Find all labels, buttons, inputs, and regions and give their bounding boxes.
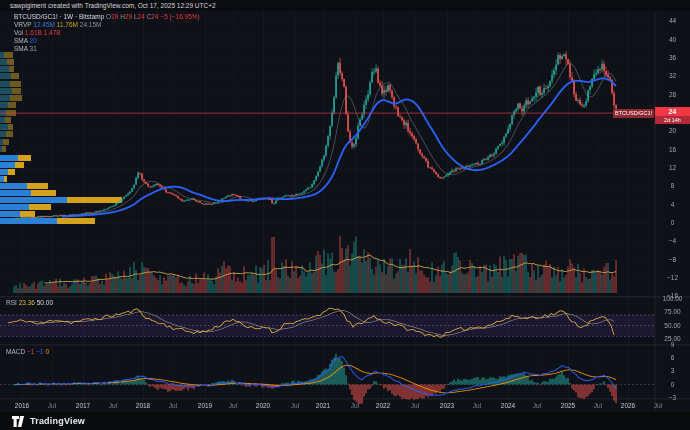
price-tick-label: 28 xyxy=(655,91,690,98)
time-tick-label: Jul xyxy=(525,402,549,409)
price-tick-label: 12 xyxy=(655,164,690,171)
time-tick-label: 2025 xyxy=(556,402,580,409)
symbol-price-flag-text: BTCUSD/GC1! xyxy=(615,110,652,116)
time-tick-label: Jul xyxy=(586,402,610,409)
time-tick-label: 2019 xyxy=(193,402,217,409)
macd-row[interactable]: MACD −1 −1 0 xyxy=(6,348,49,356)
time-tick-label: Jul xyxy=(283,402,307,409)
legend-segment: SMA xyxy=(14,37,30,44)
price-tick-label: 75.00 xyxy=(655,308,690,315)
tradingview-wordmark[interactable]: TradingView xyxy=(30,416,85,426)
price-scale[interactable]: 444036322824201612840−4−8−12−16100.0075.… xyxy=(655,11,690,399)
price-tick-label: 16 xyxy=(655,146,690,153)
legend-segment: −5 (−16.95%) xyxy=(160,13,199,20)
time-tick-label: Jul xyxy=(646,402,670,409)
screenshot-header: sawpigiment created with TradingView.com… xyxy=(0,0,690,11)
price-tick-label: 44 xyxy=(655,17,690,24)
tradingview-logo-icon[interactable] xyxy=(12,416,25,427)
bar-countdown: 2d 14h xyxy=(655,116,690,124)
time-tick-label: 2023 xyxy=(435,402,459,409)
tradingview-chart-window: sawpigiment created with TradingView.com… xyxy=(0,0,690,430)
rsi-pane-legend[interactable]: RSI 23.36 50.00 xyxy=(6,299,53,307)
time-tick-label: Jul xyxy=(343,402,367,409)
legend-segment: 1.47B xyxy=(44,29,61,36)
price-tick-label: 32 xyxy=(655,72,690,79)
legend-segment: 29 xyxy=(111,13,120,20)
price-tick-label: 3 xyxy=(655,367,690,374)
legend-segment: RSI xyxy=(6,299,19,306)
legend-segment: BTCUSD/GC1! · 1W · Bitstamp xyxy=(14,13,106,20)
price-tick-label: −8 xyxy=(655,256,690,263)
legend-segment: MACD xyxy=(6,348,27,355)
legend-segment: 23.36 xyxy=(19,299,37,306)
legend-segment: 24.15M xyxy=(80,21,102,28)
price-tick-label: 6 xyxy=(655,354,690,361)
legend-segment: Vol xyxy=(14,29,25,36)
legend-segment: 31 xyxy=(30,45,37,52)
price-tick-label: −4 xyxy=(655,237,690,244)
sma31-row[interactable]: SMA 31 xyxy=(14,45,200,53)
legend-segment: −1 xyxy=(36,348,45,355)
time-tick-label: Jul xyxy=(221,402,245,409)
legend-segment: 0 xyxy=(45,348,49,355)
price-tick-label: 0 xyxy=(655,219,690,226)
legend-segment: 11.76M xyxy=(57,21,80,28)
footer-bar: TradingView xyxy=(0,412,690,430)
volume-row[interactable]: Vol 1.61B 1.47B xyxy=(14,29,200,37)
legend-segment: VRVP xyxy=(14,21,33,28)
price-tick-label: 36 xyxy=(655,54,690,61)
time-tick-label: 2020 xyxy=(251,402,275,409)
legend-segment: 50.00 xyxy=(37,299,53,306)
macd-pane-legend[interactable]: MACD −1 −1 0 xyxy=(6,348,49,356)
legend-segment: SMA xyxy=(14,45,30,52)
screenshot-header-text: sawpigiment created with TradingView.com… xyxy=(10,2,216,9)
price-tick-label: −3 xyxy=(655,394,690,401)
legend-segment: 1.61B xyxy=(25,29,44,36)
chart-canvas[interactable] xyxy=(0,0,690,430)
time-tick-label: 2022 xyxy=(371,402,395,409)
price-tick-label: 0 xyxy=(655,381,690,388)
time-tick-label: Jul xyxy=(101,402,125,409)
time-tick-label: 2021 xyxy=(311,402,335,409)
time-tick-label: 2018 xyxy=(131,402,155,409)
time-axis[interactable]: 2016Jul2017Jul2018Jul2019Jul2020Jul2021J… xyxy=(0,399,655,412)
time-tick-label: 2024 xyxy=(496,402,520,409)
price-tick-label: 40 xyxy=(655,36,690,43)
rsi-row[interactable]: RSI 23.36 50.00 xyxy=(6,299,53,307)
time-tick-label: Jul xyxy=(161,402,185,409)
price-tick-label: 8 xyxy=(655,182,690,189)
time-tick-label: Jul xyxy=(40,402,64,409)
main-pane-legend[interactable]: BTCUSD/GC1! · 1W · Bitstamp O29 H29 L24 … xyxy=(14,13,200,53)
price-tick-label: 100.00 xyxy=(655,295,690,302)
sma20-row[interactable]: SMA 20 xyxy=(14,37,200,45)
legend-segment: 20 xyxy=(30,37,37,44)
last-price-value: 24 xyxy=(655,107,690,116)
legend-segment: 29 xyxy=(125,13,134,20)
price-tick-label: 50.00 xyxy=(655,322,690,329)
price-tick-label: 20 xyxy=(655,127,690,134)
legend-segment: 12.45M xyxy=(33,21,57,28)
symbol-row[interactable]: BTCUSD/GC1! · 1W · Bitstamp O29 H29 L24 … xyxy=(14,13,200,21)
last-price-tag: 24 2d 14h xyxy=(655,107,690,124)
price-tick-label: 9 xyxy=(655,341,690,348)
time-tick-label: Jul xyxy=(465,402,489,409)
legend-segment: −1 xyxy=(27,348,36,355)
symbol-price-flag: BTCUSD/GC1! xyxy=(613,109,654,118)
legend-segment: 24 xyxy=(138,13,147,20)
time-tick-label: Jul xyxy=(403,402,427,409)
time-tick-label: 2016 xyxy=(10,402,34,409)
time-tick-label: 2026 xyxy=(616,402,640,409)
price-tick-label: 4 xyxy=(655,201,690,208)
vrvp-row[interactable]: VRVP 12.45M 11.76M 24.15M xyxy=(14,21,200,29)
time-tick-label: 2017 xyxy=(71,402,95,409)
price-tick-label: −12 xyxy=(655,274,690,281)
